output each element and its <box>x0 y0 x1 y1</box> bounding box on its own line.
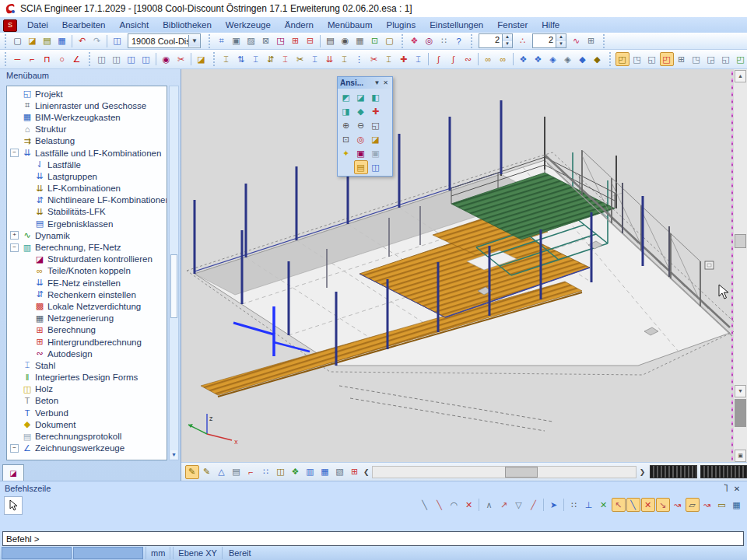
angle-tool-icon[interactable]: ∠ <box>70 52 84 66</box>
calculator-icon[interactable]: ▦ <box>353 34 367 48</box>
point-grid-icon[interactable]: ∷ <box>437 34 451 48</box>
multicopy-icon[interactable]: ◫ <box>139 52 153 66</box>
tree-item-struktur[interactable]: ⌂Struktur <box>7 124 167 135</box>
collapse-icon[interactable]: − <box>10 444 19 453</box>
snap-surface-icon[interactable]: ▱ <box>686 498 700 512</box>
print-icon[interactable]: ▤ <box>324 34 338 48</box>
viewport-hscrollbar[interactable] <box>372 466 636 478</box>
show-axes-icon[interactable]: ✚ <box>369 104 383 118</box>
curve-smooth-icon[interactable]: ∾ <box>461 52 475 66</box>
snap-line-midpoints-icon[interactable]: ╲ <box>626 498 640 512</box>
document-icon[interactable]: ▢ <box>383 34 397 48</box>
menu-item-plugins[interactable]: Plugins <box>379 19 423 31</box>
tree-item-beton[interactable]: TBeton <box>7 395 167 407</box>
delete-icon[interactable]: ✂ <box>174 52 188 66</box>
save-all-icon[interactable]: ▤ <box>40 34 54 48</box>
support-icon[interactable]: ❖ <box>531 52 545 66</box>
tree-item-fe-netz-einstellen[interactable]: ⇊FE-Netz einstellen <box>7 277 167 289</box>
show-model-data-icon[interactable]: ❖ <box>289 465 303 479</box>
help-what-icon[interactable]: ? <box>452 34 466 48</box>
toolbar-grip[interactable] <box>88 52 92 66</box>
select-window-icon[interactable]: ◰ <box>615 52 630 66</box>
status-unit[interactable]: mm <box>146 547 170 559</box>
tree-item-dokument[interactable]: ◆Dokument <box>7 418 167 430</box>
project-select[interactable]: 19008 Cool-Discou ▼ <box>128 33 201 48</box>
show-mesh-icon[interactable]: ⊞ <box>348 465 362 479</box>
vscrollbar-thumb[interactable] <box>735 234 746 248</box>
zoom-all-icon[interactable]: ⊡ <box>339 132 353 146</box>
node-property-icon[interactable]: ◆ <box>576 52 590 66</box>
toolbar-grip[interactable] <box>4 34 8 48</box>
trim-member-icon[interactable]: ⌶ <box>279 52 293 66</box>
redo-icon[interactable]: ↷ <box>90 34 104 48</box>
select-polygon-icon[interactable]: ◱ <box>645 52 659 66</box>
menu-item-werkzeuge[interactable]: Werkzeuge <box>219 19 278 31</box>
tree-item-lastgruppen[interactable]: ⇊Lastgruppen <box>7 170 167 182</box>
table-results-icon[interactable]: ⊟ <box>303 34 317 48</box>
tree-item-hintergrundberechnung[interactable]: ⊞Hintergrundberechnung <box>7 336 167 348</box>
open-folder-icon[interactable]: ◪ <box>195 52 209 66</box>
pane-split-icon[interactable]: ▣ <box>735 450 746 462</box>
snap-intersections-icon[interactable]: ✕ <box>641 498 655 512</box>
mesh-scale-icon[interactable]: ⊞ <box>584 34 598 48</box>
visibility-icon[interactable]: ◉ <box>160 52 174 66</box>
ruler-icon[interactable]: ▭ <box>715 498 729 512</box>
break-member-icon[interactable]: ⇊ <box>323 52 337 66</box>
tree-item-verbund[interactable]: TVerbund <box>7 407 167 418</box>
tree-scrollbar-thumb[interactable] <box>170 254 177 318</box>
spin-up-icon[interactable]: ▲ <box>556 34 566 41</box>
light-icon[interactable]: ✦ <box>339 146 353 160</box>
view-parameters-icon[interactable]: ◳ <box>274 34 288 48</box>
table-input-icon[interactable]: ⊞ <box>289 34 303 48</box>
curve-edit-icon[interactable]: ∫ <box>432 52 446 66</box>
tree-item-stabilit-ts-lfk[interactable]: ⇊Stabilitäts-LFK <box>7 206 167 218</box>
line-tool-icon[interactable]: ─ <box>11 52 25 66</box>
viewport-vscrollbar[interactable]: ▲ ▼ ▣ <box>734 69 747 462</box>
layers-icon[interactable]: ▣ <box>230 34 244 48</box>
image-gallery-icon[interactable]: ◎ <box>423 34 437 48</box>
select-filter-icon[interactable]: ◳ <box>689 52 703 66</box>
print-preview-icon[interactable]: ◉ <box>338 34 352 48</box>
snap-midpoint-icon[interactable]: ╲ <box>433 498 447 512</box>
toolbar-grip[interactable] <box>212 52 216 66</box>
view-y-icon[interactable]: ◪ <box>354 90 368 104</box>
render-mode-icon[interactable]: ◆ <box>354 104 368 118</box>
command-input[interactable] <box>2 531 744 546</box>
zoom-out-icon[interactable]: ⊖ <box>354 118 368 132</box>
tree-item-rechenkern-einstellen[interactable]: ⇵Rechenkern einstellen <box>7 289 167 300</box>
rotate-member-icon[interactable]: ⇅ <box>234 52 248 66</box>
disconnect-members-icon[interactable]: ∞ <box>496 52 510 66</box>
close-icon[interactable]: ✕ <box>381 79 390 86</box>
tree-item-lastf-lle[interactable]: ⇃Lastfälle <box>7 159 167 170</box>
tree-item-ergebnisklassen[interactable]: ▤Ergebnisklassen <box>7 218 167 229</box>
add-node-icon[interactable]: ✚ <box>397 52 411 66</box>
menu-item-bearbeiten[interactable]: Bearbeiten <box>55 19 113 31</box>
menu-tree-tab[interactable]: ◪ <box>2 464 24 481</box>
show-load-labels-icon[interactable]: ▥ <box>303 465 317 479</box>
menu-item-bibliotheken[interactable]: Bibliotheken <box>156 19 219 31</box>
stretch-member-icon[interactable]: ⇵ <box>264 52 278 66</box>
snap-endpoint-icon[interactable]: ╲ <box>418 498 432 512</box>
dimension-tool-icon[interactable]: ⌐ <box>26 52 40 66</box>
tree-item-netzgenerierung[interactable]: ▦Netzgenerierung <box>7 313 167 324</box>
tree-item-projekt[interactable]: ◱Projekt <box>7 88 167 100</box>
snap-tangent-icon[interactable]: ↗ <box>497 498 511 512</box>
snap-line-endpoints-icon[interactable]: ↖ <box>612 498 626 512</box>
menu-item-einstellungen[interactable]: Einstellungen <box>423 19 490 31</box>
divide-member-icon[interactable]: ⋮ <box>352 52 366 66</box>
tree-item-lastf-lle-und-lf-kombinationen[interactable]: −⇊Lastfälle und LF-Kombinationen <box>7 147 167 159</box>
tree-item-strukturdaten-kontrollieren[interactable]: ◪Strukturdaten kontrollieren <box>7 254 167 265</box>
pane-split-thumb[interactable] <box>735 399 746 427</box>
document-menu-icon[interactable]: S <box>3 19 17 32</box>
polyline-tool-icon[interactable]: ⊓ <box>40 52 54 66</box>
rigid-arm-icon[interactable]: ◈ <box>561 52 575 66</box>
select-workplane-icon[interactable]: ⊞ <box>675 52 689 66</box>
toolbar-grip[interactable] <box>4 52 8 66</box>
cross-link-icon[interactable]: ◈ <box>546 52 560 66</box>
hinge-icon[interactable]: ❖ <box>517 52 531 66</box>
tree-item-stahl[interactable]: ⌶Stahl <box>7 359 167 371</box>
floating-toolbar-titlebar[interactable]: Ansi... ▼ ✕ <box>338 77 392 89</box>
toolbar-grip[interactable] <box>401 34 405 48</box>
copy-icon[interactable]: ◫ <box>95 52 109 66</box>
snap-perpendicular-icon[interactable]: ▽ <box>512 498 526 512</box>
